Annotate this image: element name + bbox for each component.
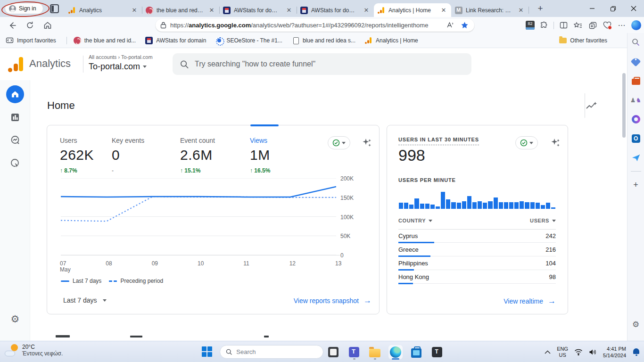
favorite-awstats[interactable]: AWStats for domain (145, 37, 206, 44)
microsoft-store-icon[interactable] (409, 345, 423, 359)
ga-account-breadcrumb[interactable]: All accounts › To-portal.com (89, 54, 153, 60)
table-row[interactable]: Greece 216 (398, 243, 556, 256)
favorite-blue-red-idea[interactable]: the blue and red id... (74, 37, 136, 44)
insights-icon[interactable] (586, 101, 598, 111)
metric-event-count[interactable]: Event count 2.6M ↑ 15.1% (180, 137, 215, 174)
table-row[interactable]: Cyprus 242 (398, 229, 556, 243)
notifications-bell-icon[interactable] (632, 348, 640, 356)
sidebar-settings-icon[interactable]: ⚙ (630, 318, 642, 330)
nav-reports[interactable] (6, 108, 24, 126)
other-favorites-button[interactable]: Other favorites (559, 37, 607, 44)
tab-link-research[interactable]: Link Research: Spar... ✕ (451, 3, 528, 17)
taskbar-search-input[interactable] (236, 348, 317, 355)
drop-icon[interactable] (630, 152, 642, 164)
sidebar-search-icon[interactable] (630, 36, 642, 48)
insights-sparkle-icon[interactable] (361, 137, 372, 148)
nav-admin-gear-icon[interactable]: ⚙ (6, 310, 24, 328)
tab-analytics[interactable]: Analytics ✕ (65, 3, 142, 17)
favorite-analytics-home[interactable]: Analytics | Home (365, 37, 418, 44)
refresh-button[interactable] (25, 20, 35, 31)
tab-analytics-home-active[interactable]: Analytics | Home ✕ (374, 3, 451, 17)
tab-close-icon[interactable]: ✕ (131, 7, 138, 14)
favorite-seoestore[interactable]: SEOeStore - The #1... (215, 37, 282, 44)
metric-users[interactable]: Users 262K ↑ 8.7% (60, 137, 94, 174)
start-button[interactable] (202, 346, 213, 357)
nav-advertising[interactable] (6, 154, 24, 172)
url-text[interactable]: https://analytics.google.com/analytics/w… (170, 22, 441, 29)
favorite-blue-red-idea-2[interactable]: blue and red idea s... (292, 37, 355, 44)
arrow-right-icon: → (363, 296, 372, 304)
games-icon[interactable]: ♟♞ (630, 94, 642, 106)
nav-explore[interactable] (6, 131, 24, 149)
x-tick-label: 13 (335, 260, 341, 267)
clock[interactable]: 4:41 PM 5/14/2024 (603, 346, 626, 359)
realtime-title[interactable]: USERS IN LAST 30 MINUTES (398, 137, 479, 145)
toolbox-icon[interactable] (630, 74, 642, 87)
tab-blue-red-idea[interactable]: the blue and red id... ✕ (142, 3, 219, 17)
country-column-header[interactable]: COUNTRY (398, 218, 432, 223)
view-realtime-link[interactable]: View realtime → (504, 297, 556, 305)
table-row[interactable]: Philippines 104 (398, 256, 556, 270)
dark-square-app-icon[interactable] (326, 345, 340, 359)
import-favorites-button[interactable]: Import favorites (6, 37, 56, 44)
minute-bar (483, 203, 487, 209)
tab-close-icon[interactable]: ✕ (517, 7, 525, 14)
copilot-icon[interactable] (631, 20, 641, 30)
tab-close-icon[interactable]: ✕ (285, 7, 293, 14)
volume-icon[interactable] (589, 349, 597, 355)
page-favicon (292, 37, 299, 44)
outlook-icon[interactable] (630, 132, 642, 145)
new-tab-button[interactable]: + (534, 2, 546, 15)
sidebar-add-icon[interactable]: + (630, 179, 642, 191)
metric-key-events[interactable]: Key events 0 - (112, 137, 144, 174)
ga-property-selector[interactable]: To-portal.com (89, 62, 147, 72)
bookmark-star-icon[interactable] (459, 20, 470, 31)
wifi-icon[interactable] (574, 349, 583, 355)
language-indicator[interactable]: ENG US (557, 346, 568, 358)
weather-widget[interactable]: 20°C Έντονες νεφώσ. (5, 344, 63, 357)
tab-close-icon[interactable]: ✕ (440, 7, 447, 14)
tab-actions-icon[interactable] (50, 4, 59, 13)
lock-icon[interactable] (160, 22, 166, 29)
tab-awstats-2[interactable]: AWStats for domai... ✕ (297, 3, 374, 17)
address-bar[interactable]: https://analytics.google.com/analytics/w… (156, 19, 474, 32)
read-aloud-icon[interactable] (445, 20, 455, 31)
back-button[interactable] (7, 20, 17, 31)
tab-close-icon[interactable]: ✕ (208, 7, 215, 14)
shopping-icon[interactable] (630, 55, 642, 67)
home-button[interactable] (42, 20, 53, 31)
minimize-button[interactable] (582, 0, 603, 16)
table-row[interactable]: Hong Kong 98 (398, 270, 556, 284)
browser-essentials-icon[interactable] (602, 20, 612, 31)
extensions-puzzle-icon[interactable] (539, 20, 549, 31)
seo-extension-icon[interactable]: 82 (526, 21, 535, 30)
tab-awstats-1[interactable]: AWStats for domai... ✕ (219, 3, 297, 17)
split-screen-icon[interactable] (558, 20, 569, 31)
date-range-dropdown[interactable]: Last 7 days (63, 296, 107, 304)
file-explorer-icon[interactable] (368, 345, 382, 359)
metric-views-selected[interactable]: Views 1M ↑ 16.5% (250, 137, 270, 174)
close-window-button[interactable] (623, 0, 644, 16)
settings-menu-icon[interactable]: ⋯ (617, 20, 627, 31)
users-column-header[interactable]: USERS (530, 218, 556, 223)
data-quality-dropdown[interactable] (328, 136, 350, 149)
insights-sparkle-icon[interactable] (550, 137, 561, 148)
ga-search-input[interactable] (195, 60, 464, 68)
favorites-icon[interactable] (573, 20, 583, 31)
nav-home[interactable] (6, 85, 24, 103)
t-app-icon[interactable] (430, 345, 444, 359)
edge-icon[interactable] (388, 345, 403, 359)
tab-close-icon[interactable]: ✕ (363, 7, 370, 14)
data-quality-dropdown[interactable] (515, 136, 538, 149)
microsoft365-icon[interactable] (630, 113, 642, 125)
browser-signin-button[interactable]: Sign in (5, 3, 43, 14)
hidden-icons-chevron[interactable] (545, 350, 551, 354)
ga-search-bar[interactable] (173, 53, 471, 75)
page-scrollbar[interactable] (622, 73, 626, 138)
taskbar-search[interactable] (220, 345, 323, 359)
collections-icon[interactable] (587, 20, 598, 31)
restore-button[interactable] (603, 0, 623, 16)
teams-icon[interactable] (347, 345, 361, 359)
view-reports-snapshot-link[interactable]: View reports snapshot → (294, 296, 372, 304)
overview-card: Users 262K ↑ 8.7% Key events 0 - Event c… (47, 125, 380, 314)
